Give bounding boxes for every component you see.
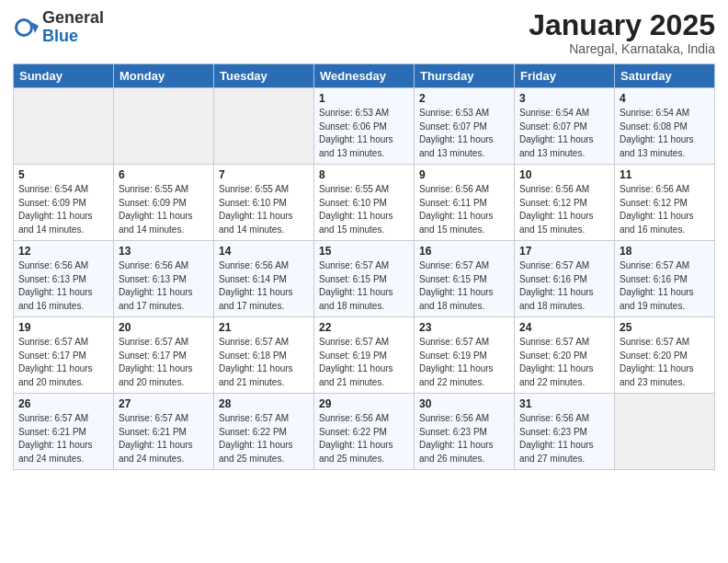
day-number: 30: [419, 397, 509, 410]
day-number: 7: [219, 168, 309, 181]
calendar-cell: 9Sunrise: 6:56 AMSunset: 6:11 PMDaylight…: [415, 165, 515, 241]
calendar-cell: 23Sunrise: 6:57 AMSunset: 6:19 PMDayligh…: [415, 317, 515, 394]
day-number: 27: [119, 397, 209, 410]
day-info: Sunrise: 6:56 AMSunset: 6:12 PMDaylight:…: [620, 183, 710, 236]
day-number: 20: [119, 321, 209, 334]
day-number: 15: [319, 245, 409, 258]
day-number: 25: [620, 321, 710, 334]
calendar-cell: 5Sunrise: 6:54 AMSunset: 6:09 PMDaylight…: [14, 165, 114, 241]
logo-icon: [13, 15, 39, 40]
day-number: 8: [319, 168, 409, 181]
calendar-cell: [14, 88, 114, 165]
calendar-cell: 10Sunrise: 6:56 AMSunset: 6:12 PMDayligh…: [515, 165, 615, 241]
day-info: Sunrise: 6:56 AMSunset: 6:22 PMDaylight:…: [319, 412, 409, 465]
day-info: Sunrise: 6:57 AMSunset: 6:21 PMDaylight:…: [119, 412, 209, 465]
calendar-cell: 18Sunrise: 6:57 AMSunset: 6:16 PMDayligh…: [615, 241, 715, 317]
col-wednesday: Wednesday: [314, 64, 415, 88]
col-saturday: Saturday: [615, 64, 715, 88]
calendar-cell: 19Sunrise: 6:57 AMSunset: 6:17 PMDayligh…: [14, 317, 114, 394]
day-number: 13: [119, 245, 209, 258]
calendar-cell: 8Sunrise: 6:55 AMSunset: 6:10 PMDaylight…: [314, 165, 415, 241]
col-monday: Monday: [114, 64, 214, 88]
calendar-cell: 21Sunrise: 6:57 AMSunset: 6:18 PMDayligh…: [214, 317, 314, 394]
calendar-cell: [214, 88, 314, 165]
day-number: 17: [519, 245, 609, 258]
header: General Blue January 2025 Naregal, Karna…: [13, 9, 715, 56]
col-sunday: Sunday: [14, 64, 114, 88]
logo: General Blue: [13, 9, 104, 46]
day-info: Sunrise: 6:57 AMSunset: 6:16 PMDaylight:…: [519, 259, 609, 313]
day-number: 28: [219, 397, 309, 410]
month-title: January 2025: [529, 9, 715, 41]
calendar-cell: 4Sunrise: 6:54 AMSunset: 6:08 PMDaylight…: [615, 88, 715, 165]
calendar-cell: 1Sunrise: 6:53 AMSunset: 6:06 PMDaylight…: [314, 88, 415, 165]
day-info: Sunrise: 6:56 AMSunset: 6:23 PMDaylight:…: [419, 412, 509, 465]
day-info: Sunrise: 6:57 AMSunset: 6:17 PMDaylight:…: [18, 336, 108, 389]
logo-text: General Blue: [42, 9, 104, 46]
calendar-cell: 31Sunrise: 6:56 AMSunset: 6:23 PMDayligh…: [515, 394, 615, 470]
day-info: Sunrise: 6:54 AMSunset: 6:08 PMDaylight:…: [620, 107, 710, 160]
calendar-week-3: 12Sunrise: 6:56 AMSunset: 6:13 PMDayligh…: [14, 241, 715, 317]
svg-point-1: [17, 21, 30, 34]
calendar-table: Sunday Monday Tuesday Wednesday Thursday…: [13, 63, 715, 470]
day-info: Sunrise: 6:57 AMSunset: 6:17 PMDaylight:…: [119, 336, 209, 389]
calendar-cell: 12Sunrise: 6:56 AMSunset: 6:13 PMDayligh…: [14, 241, 114, 317]
day-info: Sunrise: 6:57 AMSunset: 6:15 PMDaylight:…: [319, 259, 409, 313]
day-number: 21: [219, 321, 309, 334]
calendar-cell: 14Sunrise: 6:56 AMSunset: 6:14 PMDayligh…: [214, 241, 314, 317]
calendar-cell: 25Sunrise: 6:57 AMSunset: 6:20 PMDayligh…: [615, 317, 715, 394]
day-info: Sunrise: 6:56 AMSunset: 6:13 PMDaylight:…: [18, 259, 108, 313]
day-info: Sunrise: 6:53 AMSunset: 6:07 PMDaylight:…: [419, 107, 509, 160]
day-number: 11: [620, 168, 710, 181]
day-number: 14: [219, 245, 309, 258]
calendar-cell: 24Sunrise: 6:57 AMSunset: 6:20 PMDayligh…: [515, 317, 615, 394]
calendar-cell: 2Sunrise: 6:53 AMSunset: 6:07 PMDaylight…: [415, 88, 515, 165]
day-info: Sunrise: 6:57 AMSunset: 6:22 PMDaylight:…: [219, 412, 309, 465]
day-number: 23: [419, 321, 509, 334]
calendar-cell: [615, 394, 715, 470]
day-number: 5: [18, 168, 108, 181]
day-info: Sunrise: 6:54 AMSunset: 6:07 PMDaylight:…: [519, 107, 609, 160]
day-info: Sunrise: 6:56 AMSunset: 6:13 PMDaylight:…: [119, 259, 209, 313]
day-number: 3: [519, 92, 609, 105]
calendar-body: 1Sunrise: 6:53 AMSunset: 6:06 PMDaylight…: [14, 88, 715, 470]
day-info: Sunrise: 6:56 AMSunset: 6:23 PMDaylight:…: [519, 412, 609, 465]
day-number: 26: [18, 397, 108, 410]
day-number: 18: [620, 245, 710, 258]
header-row: Sunday Monday Tuesday Wednesday Thursday…: [14, 64, 715, 88]
logo-blue: Blue: [42, 28, 104, 46]
calendar-cell: 3Sunrise: 6:54 AMSunset: 6:07 PMDaylight…: [515, 88, 615, 165]
calendar-cell: 22Sunrise: 6:57 AMSunset: 6:19 PMDayligh…: [314, 317, 415, 394]
calendar-cell: 13Sunrise: 6:56 AMSunset: 6:13 PMDayligh…: [114, 241, 214, 317]
calendar-week-4: 19Sunrise: 6:57 AMSunset: 6:17 PMDayligh…: [14, 317, 715, 394]
day-info: Sunrise: 6:55 AMSunset: 6:10 PMDaylight:…: [219, 183, 309, 236]
calendar-week-1: 1Sunrise: 6:53 AMSunset: 6:06 PMDaylight…: [14, 88, 715, 165]
calendar-cell: 26Sunrise: 6:57 AMSunset: 6:21 PMDayligh…: [14, 394, 114, 470]
calendar-week-5: 26Sunrise: 6:57 AMSunset: 6:21 PMDayligh…: [14, 394, 715, 470]
col-friday: Friday: [515, 64, 615, 88]
title-area: January 2025 Naregal, Karnataka, India: [529, 9, 715, 56]
day-number: 22: [319, 321, 409, 334]
day-number: 31: [519, 397, 609, 410]
calendar-cell: 15Sunrise: 6:57 AMSunset: 6:15 PMDayligh…: [314, 241, 415, 317]
day-number: 29: [319, 397, 409, 410]
calendar-week-2: 5Sunrise: 6:54 AMSunset: 6:09 PMDaylight…: [14, 165, 715, 241]
day-number: 4: [620, 92, 710, 105]
calendar-cell: 28Sunrise: 6:57 AMSunset: 6:22 PMDayligh…: [214, 394, 314, 470]
calendar-cell: 20Sunrise: 6:57 AMSunset: 6:17 PMDayligh…: [114, 317, 214, 394]
day-info: Sunrise: 6:57 AMSunset: 6:20 PMDaylight:…: [620, 336, 710, 389]
day-number: 6: [119, 168, 209, 181]
logo-general: General: [42, 9, 104, 28]
col-tuesday: Tuesday: [214, 64, 314, 88]
calendar-cell: 11Sunrise: 6:56 AMSunset: 6:12 PMDayligh…: [615, 165, 715, 241]
day-number: 10: [519, 168, 609, 181]
calendar-cell: [114, 88, 214, 165]
page: General Blue January 2025 Naregal, Karna…: [0, 0, 728, 563]
day-number: 12: [18, 245, 108, 258]
calendar-cell: 6Sunrise: 6:55 AMSunset: 6:09 PMDaylight…: [114, 165, 214, 241]
day-info: Sunrise: 6:55 AMSunset: 6:10 PMDaylight:…: [319, 183, 409, 236]
location-subtitle: Naregal, Karnataka, India: [529, 41, 715, 56]
day-number: 1: [319, 92, 409, 105]
day-info: Sunrise: 6:57 AMSunset: 6:18 PMDaylight:…: [219, 336, 309, 389]
day-info: Sunrise: 6:57 AMSunset: 6:19 PMDaylight:…: [319, 336, 409, 389]
